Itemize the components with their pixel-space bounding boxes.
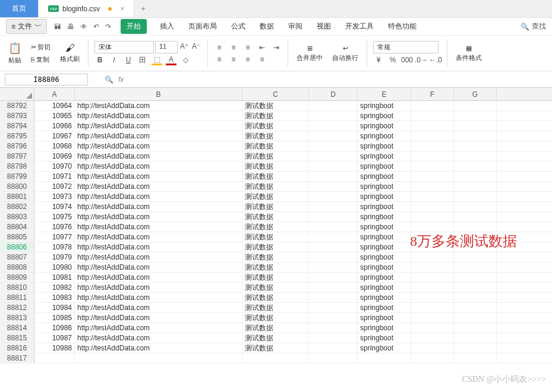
cell[interactable] <box>454 283 497 292</box>
cell[interactable] <box>411 242 454 252</box>
cell[interactable]: 10969 <box>34 151 75 161</box>
row-header[interactable]: 88815 <box>0 333 34 343</box>
tab-home[interactable]: 首页 <box>0 0 39 17</box>
search-button[interactable]: 🔍 查找 <box>521 21 546 31</box>
cell[interactable]: 测试数据 <box>242 232 309 242</box>
cell[interactable]: 测试数据 <box>242 252 309 262</box>
cell[interactable]: 测试数据 <box>242 182 309 191</box>
cell[interactable]: http://testAddData.com <box>75 192 242 201</box>
cell[interactable] <box>411 212 454 222</box>
cell[interactable]: http://testAddData.com <box>75 111 242 121</box>
cell[interactable]: 测试数据 <box>242 162 309 171</box>
cell[interactable] <box>454 323 497 333</box>
cell[interactable]: 测试数据 <box>242 131 309 141</box>
underline-button[interactable]: U <box>123 55 134 65</box>
cell[interactable] <box>411 273 454 282</box>
cell[interactable] <box>454 151 497 161</box>
cell[interactable]: 测试数据 <box>242 111 309 121</box>
row-header[interactable]: 88796 <box>0 141 34 151</box>
fill-color-button[interactable]: ⬚ <box>152 55 162 65</box>
cell[interactable]: http://testAddData.com <box>75 242 242 252</box>
col-header-B[interactable]: B <box>75 88 242 100</box>
row-header[interactable]: 88807 <box>0 252 34 262</box>
row-header[interactable]: 88813 <box>0 313 34 323</box>
row-header[interactable]: 88802 <box>0 202 34 211</box>
cell[interactable]: 测试数据 <box>242 323 309 333</box>
cell[interactable]: springboot <box>358 343 411 353</box>
cell[interactable]: http://testAddData.com <box>75 151 242 161</box>
col-header-A[interactable]: A <box>34 88 75 100</box>
cell[interactable]: 测试数据 <box>242 202 309 211</box>
cell[interactable] <box>309 111 358 121</box>
cell[interactable]: 10977 <box>34 232 75 242</box>
cell[interactable] <box>411 182 454 191</box>
cell[interactable]: http://testAddData.com <box>75 222 242 232</box>
cell[interactable]: springboot <box>358 323 411 333</box>
align-middle-icon[interactable]: ≡ <box>228 42 239 53</box>
cell[interactable] <box>309 353 358 363</box>
cell[interactable] <box>411 162 454 171</box>
increase-decimal-icon[interactable]: .0→ <box>416 55 427 65</box>
cell[interactable]: 10975 <box>34 212 75 222</box>
merge-button[interactable]: ⊞ 合并居中 <box>294 45 325 62</box>
tab-developer[interactable]: 开发工具 <box>344 19 375 34</box>
close-icon[interactable]: × <box>120 5 124 13</box>
paste-icon[interactable]: 📋 <box>8 42 21 55</box>
cell[interactable] <box>454 101 497 110</box>
row-header[interactable]: 88794 <box>0 121 34 131</box>
cell[interactable] <box>411 121 454 131</box>
cell[interactable] <box>454 131 497 141</box>
cell[interactable]: http://testAddData.com <box>75 141 242 151</box>
cell[interactable]: 10985 <box>34 313 75 323</box>
border-button[interactable]: 田 <box>137 55 148 65</box>
row-header[interactable]: 88808 <box>0 263 34 272</box>
cell[interactable] <box>454 303 497 312</box>
conditional-format-button[interactable]: ▦ 条件格式 <box>453 45 484 62</box>
cell[interactable]: 10973 <box>34 192 75 201</box>
tab-data[interactable]: 数据 <box>258 19 275 34</box>
cell[interactable] <box>454 232 497 242</box>
col-header-C[interactable]: C <box>242 88 309 100</box>
row-header[interactable]: 88800 <box>0 182 34 191</box>
cell[interactable] <box>411 293 454 302</box>
cell[interactable]: springboot <box>358 141 411 151</box>
cell[interactable] <box>454 273 497 282</box>
row-header[interactable]: 88817 <box>0 353 34 363</box>
cell[interactable]: 10968 <box>34 141 75 151</box>
cell[interactable]: 测试数据 <box>242 313 309 323</box>
row-header[interactable]: 88798 <box>0 162 34 171</box>
cell[interactable]: springboot <box>358 192 411 201</box>
undo-icon[interactable]: ↶ <box>93 23 99 31</box>
row-header[interactable]: 88797 <box>0 151 34 161</box>
row-header[interactable]: 88799 <box>0 172 34 181</box>
cell[interactable]: http://testAddData.com <box>75 212 242 222</box>
cell[interactable]: springboot <box>358 273 411 282</box>
cell[interactable]: http://testAddData.com <box>75 121 242 131</box>
cell[interactable] <box>454 353 497 363</box>
cell[interactable] <box>411 141 454 151</box>
cell[interactable]: springboot <box>358 232 411 242</box>
cell[interactable]: 测试数据 <box>242 343 309 353</box>
cell[interactable] <box>309 141 358 151</box>
row-header[interactable]: 88809 <box>0 273 34 282</box>
cell[interactable] <box>411 313 454 323</box>
cell[interactable] <box>411 283 454 292</box>
cell[interactable] <box>454 222 497 232</box>
cell[interactable] <box>454 172 497 181</box>
cell[interactable] <box>309 131 358 141</box>
row-header[interactable]: 88803 <box>0 212 34 222</box>
cell[interactable]: http://testAddData.com <box>75 333 242 343</box>
cell[interactable]: springboot <box>358 242 411 252</box>
cell[interactable]: 10987 <box>34 333 75 343</box>
bold-button[interactable]: B <box>94 55 105 65</box>
cell[interactable] <box>309 323 358 333</box>
cell[interactable]: 10974 <box>34 202 75 211</box>
cell[interactable] <box>358 353 411 363</box>
cell[interactable]: http://testAddData.com <box>75 131 242 141</box>
cell[interactable]: 10976 <box>34 222 75 232</box>
align-center-icon[interactable]: ≡ <box>228 54 239 65</box>
cell[interactable]: springboot <box>358 202 411 211</box>
cell[interactable] <box>309 212 358 222</box>
cell[interactable] <box>411 101 454 110</box>
cell[interactable] <box>411 111 454 121</box>
